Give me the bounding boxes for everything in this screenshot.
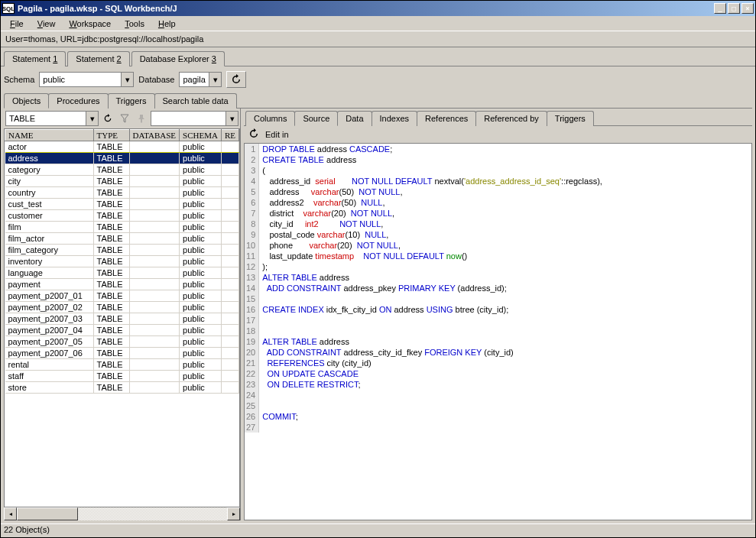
edit-in-label: Edit in bbox=[265, 130, 289, 139]
line-gutter: 1234567891011121314151617181920212223242… bbox=[245, 144, 259, 433]
table-row[interactable]: payment_p2007_05TABLEpublic bbox=[5, 336, 239, 348]
table-row[interactable]: payment_p2007_03TABLEpublic bbox=[5, 313, 239, 325]
dropdown-icon: ▾ bbox=[86, 112, 98, 125]
table-row[interactable]: categoryTABLEpublic bbox=[5, 164, 239, 176]
tab-triggers-detail[interactable]: Triggers bbox=[547, 111, 594, 126]
schema-bar: Schema public ▾ Database pagila ▾ bbox=[4, 70, 752, 92]
reload-source-button[interactable] bbox=[248, 128, 259, 141]
minimize-button[interactable]: _ bbox=[714, 3, 726, 14]
status-bar: 22 Object(s) bbox=[1, 523, 755, 537]
table-row[interactable]: paymentTABLEpublic bbox=[5, 279, 239, 290]
titlebar: SQL Pagila - pagila.wksp - SQL Workbench… bbox=[1, 1, 755, 16]
table-row[interactable]: payment_p2007_06TABLEpublic bbox=[5, 348, 239, 359]
menu-workspace[interactable]: Workspace bbox=[63, 18, 117, 30]
table-row[interactable]: filmTABLEpublic bbox=[5, 222, 239, 233]
objects-table[interactable]: NAME TYPE DATABASE SCHEMA RE actorTABLEp… bbox=[4, 128, 240, 507]
source-toolbar: Edit in bbox=[244, 125, 752, 143]
connection-bar: User=thomas, URL=jdbc:postgresql://local… bbox=[1, 31, 755, 47]
type-filter-select[interactable]: TABLE ▾ bbox=[5, 111, 99, 126]
tab-search-table-data[interactable]: Search table data bbox=[154, 93, 237, 109]
main-tabs: Statement 1 Statement 2 Database Explore… bbox=[1, 47, 755, 66]
detail-tabs: Columns Source Data Indexes References R… bbox=[244, 109, 752, 125]
col-name[interactable]: NAME bbox=[5, 130, 94, 141]
tab-statement-1[interactable]: Statement 1 bbox=[4, 51, 66, 66]
tab-source[interactable]: Source bbox=[294, 111, 338, 126]
table-row[interactable]: cityTABLEpublic bbox=[5, 176, 239, 187]
dropdown-icon: ▾ bbox=[209, 73, 221, 86]
tab-statement-2[interactable]: Statement 2 bbox=[67, 51, 129, 66]
dropdown-icon: ▾ bbox=[226, 112, 238, 125]
filter-icon bbox=[120, 114, 129, 123]
col-remarks[interactable]: RE bbox=[221, 130, 238, 141]
scroll-left-icon[interactable]: ◂ bbox=[4, 507, 17, 520]
object-tabs: Objects Procedures Triggers Search table… bbox=[4, 92, 752, 108]
scroll-right-icon[interactable]: ▸ bbox=[227, 507, 240, 520]
source-text[interactable]: DROP TABLE address CASCADE;CREATE TABLE … bbox=[259, 144, 605, 433]
table-row[interactable]: addressTABLEpublic bbox=[5, 153, 239, 164]
maximize-button[interactable]: □ bbox=[728, 3, 740, 14]
table-row[interactable]: film_actorTABLEpublic bbox=[5, 233, 239, 245]
objects-pane: TABLE ▾ ▾ bbox=[4, 109, 241, 520]
col-type[interactable]: TYPE bbox=[93, 130, 129, 141]
filter-button[interactable] bbox=[117, 111, 132, 126]
table-row[interactable]: languageTABLEpublic bbox=[5, 267, 239, 279]
menu-view[interactable]: View bbox=[31, 18, 62, 30]
menu-file[interactable]: File bbox=[4, 18, 30, 30]
table-row[interactable]: payment_p2007_01TABLEpublic bbox=[5, 290, 239, 302]
table-row[interactable]: payment_p2007_02TABLEpublic bbox=[5, 302, 239, 313]
tab-referenced-by[interactable]: Referenced by bbox=[475, 111, 547, 126]
window-title: Pagila - pagila.wksp - SQL Workbench/J bbox=[18, 4, 714, 13]
pin-icon bbox=[137, 114, 146, 123]
table-row[interactable]: customerTABLEpublic bbox=[5, 210, 239, 222]
horizontal-scrollbar[interactable]: ◂ ▸ bbox=[4, 507, 240, 520]
table-row[interactable]: staffTABLEpublic bbox=[5, 371, 239, 382]
table-row[interactable]: storeTABLEpublic bbox=[5, 382, 239, 394]
detail-pane: Columns Source Data Indexes References R… bbox=[244, 109, 752, 520]
refresh-button[interactable] bbox=[226, 71, 246, 88]
database-select[interactable]: pagila ▾ bbox=[179, 72, 222, 87]
refresh-icon bbox=[103, 114, 112, 123]
table-row[interactable]: cust_testTABLEpublic bbox=[5, 199, 239, 210]
source-editor[interactable]: 1234567891011121314151617181920212223242… bbox=[244, 143, 752, 520]
table-row[interactable]: actorTABLEpublic bbox=[5, 141, 239, 153]
tab-indexes[interactable]: Indexes bbox=[372, 111, 418, 126]
clear-filter-button[interactable] bbox=[134, 111, 149, 126]
app-icon: SQL bbox=[2, 3, 15, 14]
schema-label: Schema bbox=[4, 75, 34, 84]
table-row[interactable]: film_categoryTABLEpublic bbox=[5, 245, 239, 256]
reload-button[interactable] bbox=[100, 111, 115, 126]
dropdown-icon: ▾ bbox=[121, 73, 133, 86]
menubar: File View Workspace Tools Help bbox=[1, 16, 755, 31]
close-button[interactable]: × bbox=[741, 3, 754, 14]
table-row[interactable]: countryTABLEpublic bbox=[5, 187, 239, 199]
filter-input[interactable]: ▾ bbox=[151, 111, 238, 126]
refresh-icon bbox=[231, 74, 242, 85]
database-label: Database bbox=[138, 75, 174, 84]
tab-triggers[interactable]: Triggers bbox=[108, 93, 155, 109]
tab-columns[interactable]: Columns bbox=[245, 111, 295, 126]
tab-procedures[interactable]: Procedures bbox=[48, 93, 108, 109]
table-row[interactable]: payment_p2007_04TABLEpublic bbox=[5, 325, 239, 336]
tab-data[interactable]: Data bbox=[337, 111, 372, 126]
tab-database-explorer[interactable]: Database Explorer 3 bbox=[131, 51, 225, 66]
scrollbar-thumb[interactable] bbox=[17, 507, 78, 520]
col-schema[interactable]: SCHEMA bbox=[180, 130, 222, 141]
tab-references[interactable]: References bbox=[417, 111, 476, 126]
table-row[interactable]: inventoryTABLEpublic bbox=[5, 256, 239, 267]
table-row[interactable]: rentalTABLEpublic bbox=[5, 359, 239, 371]
menu-help[interactable]: Help bbox=[152, 18, 182, 30]
menu-tools[interactable]: Tools bbox=[118, 18, 151, 30]
tab-objects[interactable]: Objects bbox=[4, 93, 49, 109]
schema-select[interactable]: public ▾ bbox=[39, 72, 134, 87]
refresh-icon bbox=[248, 128, 259, 139]
col-database[interactable]: DATABASE bbox=[129, 130, 180, 141]
